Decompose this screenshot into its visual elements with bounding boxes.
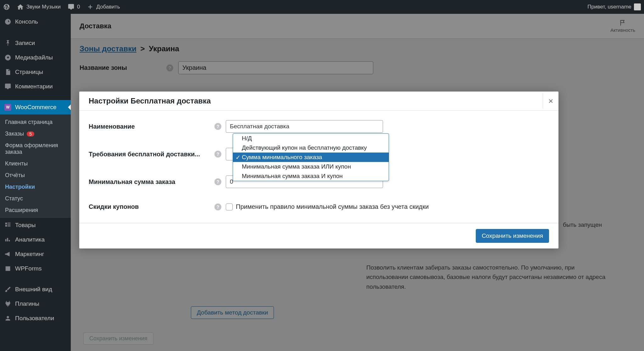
modal-min-amount-label: Минимальная сумма заказа xyxy=(89,178,214,186)
modal-checkbox-group: Применить правило минимальной суммы зака… xyxy=(226,203,429,210)
help-icon[interactable]: ? xyxy=(214,123,221,130)
admin-bar: Звуки Музыки 0 Добавить Привет, username xyxy=(0,0,644,14)
menu-media[interactable]: Медиафайлы xyxy=(0,50,71,65)
modal-coupons-row: Скидки купонов ? Применить правило миним… xyxy=(89,203,549,210)
wordpress-icon xyxy=(3,3,10,10)
help-icon[interactable]: ? xyxy=(214,203,221,210)
wpforms-icon xyxy=(4,265,11,272)
modal-name-input[interactable] xyxy=(226,120,383,133)
greeting: Привет, username xyxy=(587,4,631,10)
submenu-status[interactable]: Статус xyxy=(0,193,71,204)
add-new-label: Добавить xyxy=(96,4,120,10)
comments-link[interactable]: 0 xyxy=(68,3,80,10)
dashboard-icon xyxy=(4,18,11,25)
menu-label: Консоль xyxy=(15,18,38,25)
woocommerce-icon xyxy=(4,104,11,111)
menu-label: Плагины xyxy=(15,300,39,307)
home-icon xyxy=(17,3,24,10)
admin-bar-left: Звуки Музыки 0 Добавить xyxy=(3,3,587,10)
site-link[interactable]: Звуки Музыки xyxy=(17,3,61,10)
wp-logo[interactable] xyxy=(3,3,10,10)
menu-marketing[interactable]: Маркетинг xyxy=(0,247,71,261)
modal-name-label: Наименование xyxy=(89,123,214,130)
close-icon: × xyxy=(548,96,553,106)
menu-label: Комментарии xyxy=(15,83,53,90)
submenu-extensions[interactable]: Расширения xyxy=(0,204,71,216)
modal-title: Настройки Бесплатная доставка xyxy=(89,97,211,105)
submenu-home[interactable]: Главная страница xyxy=(0,116,71,128)
menu-analytics[interactable]: Аналитика xyxy=(0,232,71,247)
add-new-link[interactable]: Добавить xyxy=(87,3,120,10)
menu-products[interactable]: Товары xyxy=(0,218,71,232)
avatar xyxy=(634,3,641,10)
menu-wpforms[interactable]: WPForms xyxy=(0,261,71,276)
products-icon xyxy=(4,222,11,229)
submenu-orders[interactable]: Заказы 5 xyxy=(0,128,71,140)
menu-label: Маркетинг xyxy=(15,251,44,258)
orders-badge: 5 xyxy=(27,131,34,136)
requires-dropdown: Н/Д Действующий купон на бесплатную дост… xyxy=(233,133,389,181)
menu-plugins[interactable]: Плагины xyxy=(0,297,71,311)
site-name: Звуки Музыки xyxy=(26,4,61,10)
submenu-checkout-form[interactable]: Форма оформления заказа xyxy=(0,140,71,158)
menu-woocommerce[interactable]: WooCommerce xyxy=(0,100,71,114)
comments-count: 0 xyxy=(77,4,80,10)
woocommerce-submenu: Главная страница Заказы 5 Форма оформлен… xyxy=(0,114,71,218)
analytics-icon xyxy=(4,236,11,243)
admin-sidebar: Консоль Записи Медиафайлы Страницы Комме… xyxy=(0,14,71,351)
menu-posts[interactable]: Записи xyxy=(0,36,71,50)
dropdown-option-selected[interactable]: Сумма минимального заказа xyxy=(233,153,389,162)
marketing-icon xyxy=(4,251,11,258)
dropdown-option[interactable]: Н/Д xyxy=(233,134,389,143)
menu-label: Медиафайлы xyxy=(15,54,53,61)
plus-icon xyxy=(87,3,94,10)
media-icon xyxy=(4,54,11,61)
menu-label: WooCommerce xyxy=(15,104,57,111)
submenu-reports[interactable]: Отчёты xyxy=(0,170,71,181)
modal-coupons-label: Скидки купонов xyxy=(89,203,214,210)
brush-icon xyxy=(4,286,11,293)
dropdown-option[interactable]: Минимальная сумма заказа ИЛИ купон xyxy=(233,162,389,171)
help-icon[interactable]: ? xyxy=(214,151,221,158)
admin-bar-right[interactable]: Привет, username xyxy=(587,3,641,10)
modal-footer: Сохранить изменения xyxy=(79,223,558,248)
dropdown-option[interactable]: Минимальная сумма заказа И купон xyxy=(233,171,389,181)
comment-icon xyxy=(4,83,11,90)
menu-label: Внешний вид xyxy=(15,286,52,293)
menu-comments[interactable]: Комментарии xyxy=(0,79,71,94)
menu-dashboard[interactable]: Консоль xyxy=(0,14,71,30)
submenu-label: Заказы xyxy=(5,131,24,137)
submenu-settings[interactable]: Настройки xyxy=(0,181,71,193)
modal-coupons-checkbox[interactable] xyxy=(226,203,233,210)
users-icon xyxy=(4,315,11,322)
menu-label: Аналитика xyxy=(15,236,45,243)
modal-close-button[interactable]: × xyxy=(543,93,558,109)
comment-icon xyxy=(68,3,75,10)
menu-label: Записи xyxy=(15,40,35,47)
pin-icon xyxy=(4,40,11,47)
dropdown-option[interactable]: Действующий купон на бесплатную доставку xyxy=(233,143,389,153)
modal-coupons-checkbox-label: Применить правило минимальной суммы зака… xyxy=(236,203,429,210)
menu-label: Пользователи xyxy=(15,315,54,322)
modal-name-row: Наименование ? xyxy=(89,120,549,133)
submenu-customers[interactable]: Клиенты xyxy=(0,158,71,170)
plugin-icon xyxy=(4,300,11,307)
menu-appearance[interactable]: Внешний вид xyxy=(0,282,71,297)
menu-pages[interactable]: Страницы xyxy=(0,65,71,79)
modal-header: Настройки Бесплатная доставка × xyxy=(79,92,558,111)
modal-save-button[interactable]: Сохранить изменения xyxy=(476,229,549,243)
page-icon xyxy=(4,69,11,75)
menu-label: WPForms xyxy=(15,265,42,272)
menu-users[interactable]: Пользователи xyxy=(0,311,71,326)
help-icon[interactable]: ? xyxy=(214,178,221,185)
modal-requires-label: Требования бесплатной доставки... xyxy=(89,151,214,158)
menu-label: Страницы xyxy=(15,69,43,75)
menu-label: Товары xyxy=(15,222,36,229)
